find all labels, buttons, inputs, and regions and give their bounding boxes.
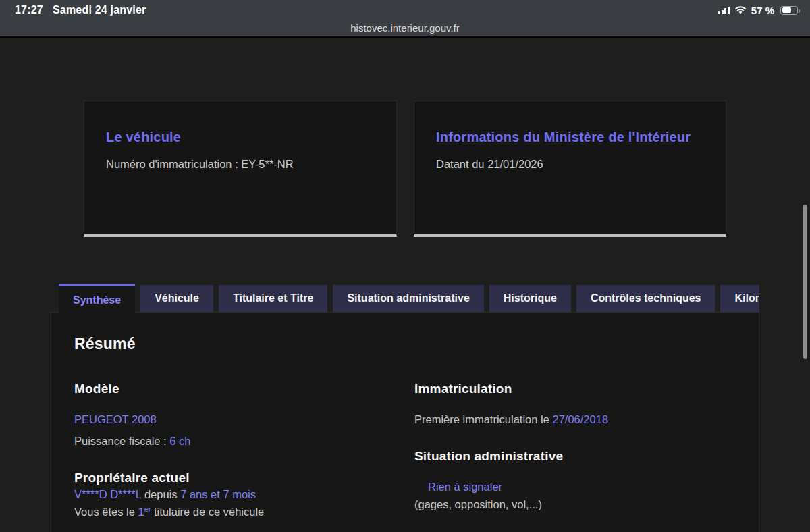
- owner-rank-line: Vous êtes le 1er titulaire de ce véhicul…: [74, 503, 392, 521]
- tab-synthese[interactable]: Synthèse: [59, 284, 135, 313]
- address-bar[interactable]: histovec.interieur.gouv.fr: [0, 20, 810, 36]
- ministry-card: Informations du Ministère de l'Intérieur…: [414, 101, 726, 237]
- cellular-signal-icon: [718, 7, 730, 14]
- status-bar: 17:27 Samedi 24 janvier 57 %: [0, 0, 810, 20]
- ministry-card-title: Informations du Ministère de l'Intérieur: [436, 127, 704, 147]
- registration-heading: Immatriculation: [414, 381, 732, 396]
- ministry-card-date: Datant du 21/01/2026: [436, 156, 704, 172]
- report-tabbar: Synthèse Véhicule Titulaire et Titre Sit…: [51, 284, 759, 313]
- model-name-value: PEUGEOT 2008: [74, 413, 157, 425]
- summary-right-column: Immatriculation Première immatriculation…: [414, 381, 732, 513]
- clock: 17:27: [15, 4, 43, 16]
- date-label: Samedi 24 janvier: [53, 4, 146, 16]
- tab-kilometrage[interactable]: Kilométrage: [720, 285, 759, 312]
- owner-heading: Propriétaire actuel: [74, 471, 392, 485]
- fiscal-power-label: Puissance fiscale :: [74, 435, 169, 447]
- vehicle-card: Le véhicule Numéro d'immatriculation : E…: [84, 101, 397, 237]
- synthese-panel: Résumé Modèle PEUGEOT 2008 Puissance fis…: [51, 312, 759, 532]
- first-registration-label: Première immatriculation le: [414, 413, 552, 425]
- tab-vehicule[interactable]: Véhicule: [140, 285, 213, 312]
- situation-note: (gages, opposition, vol,...): [414, 496, 732, 513]
- owner-duration-value: 7 ans et 7 mois: [180, 488, 256, 500]
- tab-historique[interactable]: Historique: [489, 285, 571, 312]
- url-text[interactable]: histovec.interieur.gouv.fr: [350, 22, 459, 34]
- histovec-page: Le véhicule Numéro d'immatriculation : E…: [0, 38, 810, 532]
- battery-icon: [780, 6, 798, 15]
- owner-rank-post: titulaire de ce véhicule: [151, 506, 264, 518]
- owner-name-value: V****D D****L: [74, 488, 141, 500]
- summary-left-column: Modèle PEUGEOT 2008 Puissance fiscale : …: [74, 381, 392, 521]
- owner-rank-pre: Vous êtes le: [74, 506, 138, 518]
- fiscal-power-line: Puissance fiscale : 6 ch: [74, 432, 392, 450]
- battery-percent-label: 57 %: [751, 5, 774, 16]
- first-registration-line: Première immatriculation le 27/06/2018: [414, 410, 732, 428]
- wifi-icon: [734, 6, 747, 15]
- owner-rank-value: 1er: [138, 506, 151, 518]
- situation-status-value: Rien à signaler: [428, 481, 502, 493]
- vertical-scrollbar[interactable]: [803, 205, 807, 359]
- owner-line: V****D D****L depuis 7 ans et 7 mois: [74, 485, 392, 503]
- first-registration-date: 27/06/2018: [552, 413, 608, 425]
- safari-top-bar: 17:27 Samedi 24 janvier 57 % histovec.in…: [0, 0, 810, 38]
- fiscal-power-value: 6 ch: [169, 435, 190, 447]
- owner-depuis-label: depuis: [141, 488, 180, 500]
- tab-situation-administrative[interactable]: Situation administrative: [333, 285, 483, 312]
- vehicle-card-title: Le véhicule: [106, 127, 375, 147]
- tab-titulaire-et-titre[interactable]: Titulaire et Titre: [219, 285, 327, 312]
- tab-controles-techniques[interactable]: Contrôles techniques: [576, 285, 716, 312]
- summary-heading: Résumé: [74, 335, 136, 353]
- registration-number-text: Numéro d'immatriculation : EY-5**-NR: [106, 156, 375, 172]
- situation-heading: Situation administrative: [414, 449, 732, 464]
- model-heading: Modèle: [74, 381, 392, 396]
